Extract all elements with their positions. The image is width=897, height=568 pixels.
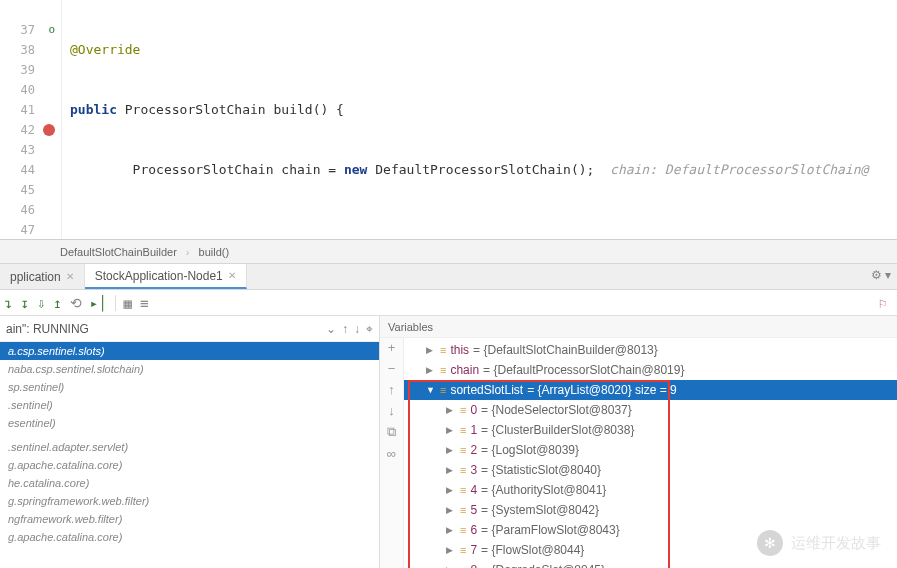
frames-list[interactable]: a.csp.sentinel.slots)naba.csp.sentinel.s… [0,342,379,546]
variable-row[interactable]: ≡ 2 = {LogSlot@8039} [404,440,897,460]
frame-item[interactable]: .sentinel) [0,396,379,414]
frame-item[interactable]: a.csp.sentinel.slots) [0,342,379,360]
thread-status[interactable]: ain": RUNNING [6,322,320,336]
variable-row[interactable]: ≡ sortedSlotList = {ArrayList@8020} size… [404,380,897,400]
close-icon[interactable]: ✕ [66,264,74,290]
move-up-icon[interactable]: ↑ [388,382,395,397]
code-area[interactable]: @Override public ProcessorSlotChain buil… [62,0,897,239]
breadcrumb[interactable]: DefaultSlotChainBuilder › build() [0,240,897,264]
remove-watch-icon[interactable]: − [388,361,396,376]
variables-title: Variables [380,316,897,338]
variable-row[interactable]: ≡ 3 = {StatisticSlot@8040} [404,460,897,480]
bookmark-icon[interactable]: ⚐ [879,295,887,311]
debug-tabs: pplication ✕ StockApplication-Node1 ✕ ⚙ … [0,264,897,290]
variable-row[interactable]: ≡ chain = {DefaultProcessorSlotChain@801… [404,360,897,380]
close-icon[interactable]: ✕ [228,263,236,289]
tab-application[interactable]: pplication ✕ [0,264,85,289]
chevron-right-icon: › [186,246,190,258]
frame-item[interactable]: naba.csp.sentinel.slotchain) [0,360,379,378]
variable-row[interactable]: ≡ 5 = {SystemSlot@8042} [404,500,897,520]
run-to-cursor-icon[interactable]: ▸│ [90,295,107,311]
frame-item[interactable]: g.springframework.web.filter) [0,492,379,510]
frame-item[interactable]: sp.sentinel) [0,378,379,396]
editor-gutter: 373839404142434445464748 [0,0,62,239]
step-over-icon[interactable]: ↴ [4,295,12,311]
trace-icon[interactable]: ≡ [140,295,148,311]
frame-item[interactable]: g.apache.catalina.core) [0,456,379,474]
step-into-icon[interactable]: ↧ [20,295,28,311]
breadcrumb-class[interactable]: DefaultSlotChainBuilder [60,246,177,258]
wechat-icon: ✻ [757,530,783,556]
variable-row[interactable]: ≡ 8 = {DegradeSlot@8045} [404,560,897,568]
copy-icon[interactable]: ⧉ [387,424,396,440]
debug-toolbar: ↴ ↧ ⇩ ↥ ⟲ ▸│ ▦ ≡ ⚐ [0,290,897,316]
gear-icon[interactable]: ⚙ ▾ [871,268,891,282]
step-out-icon[interactable]: ↥ [53,295,61,311]
variable-row[interactable]: ≡ 0 = {NodeSelectorSlot@8037} [404,400,897,420]
variable-row[interactable]: ≡ 1 = {ClusterBuilderSlot@8038} [404,420,897,440]
chevron-down-icon[interactable]: ⌄ [326,322,336,336]
link-icon[interactable]: ∞ [387,446,396,461]
drop-frame-icon[interactable]: ⟲ [70,295,82,311]
filter-icon[interactable]: ⌖ [366,322,373,336]
variable-row[interactable]: ≡ 4 = {AuthoritySlot@8041} [404,480,897,500]
variables-gutter: + − ↑ ↓ ⧉ ∞ [380,338,404,568]
tab-stockapplication-node1[interactable]: StockApplication-Node1 ✕ [85,264,247,289]
frames-pane: ain": RUNNING ⌄ ↑ ↓ ⌖ a.csp.sentinel.slo… [0,316,380,568]
next-frame-icon[interactable]: ↓ [354,322,360,336]
move-down-icon[interactable]: ↓ [388,403,395,418]
force-step-into-icon[interactable]: ⇩ [37,295,45,311]
frames-header: ain": RUNNING ⌄ ↑ ↓ ⌖ [0,316,379,342]
watermark: ✻ 运维开发故事 [757,530,881,556]
frame-item[interactable]: g.apache.catalina.core) [0,528,379,546]
evaluate-icon[interactable]: ▦ [124,295,132,311]
code-editor: 373839404142434445464748 @Override publi… [0,0,897,240]
breadcrumb-method[interactable]: build() [199,246,230,258]
prev-frame-icon[interactable]: ↑ [342,322,348,336]
add-watch-icon[interactable]: + [388,340,396,355]
frame-item[interactable]: he.catalina.core) [0,474,379,492]
variable-row[interactable]: ≡ this = {DefaultSlotChainBuilder@8013} [404,340,897,360]
frame-item[interactable]: .sentinel.adapter.servlet) [0,438,379,456]
frame-item[interactable]: ngframework.web.filter) [0,510,379,528]
frame-item[interactable]: esentinel) [0,414,379,432]
